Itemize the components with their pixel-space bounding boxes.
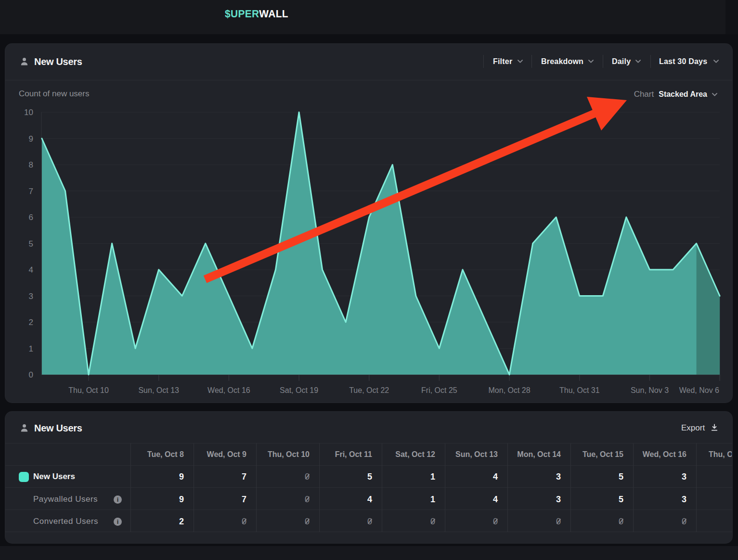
svg-text:Sun, Oct 13: Sun, Oct 13 [138, 386, 179, 394]
svg-text:10: 10 [24, 108, 33, 117]
svg-text:6: 6 [29, 213, 33, 222]
svg-text:Sun, Nov 3: Sun, Nov 3 [631, 386, 669, 394]
svg-text:Wed, Oct 16: Wed, Oct 16 [207, 386, 250, 394]
svg-text:9: 9 [29, 134, 33, 143]
svg-text:5: 5 [29, 239, 33, 248]
svg-text:0: 0 [29, 370, 33, 379]
svg-text:3: 3 [29, 292, 33, 301]
svg-text:8: 8 [29, 160, 33, 169]
svg-text:Tue, Oct 22: Tue, Oct 22 [349, 386, 389, 394]
svg-text:Fri, Oct 25: Fri, Oct 25 [421, 386, 457, 394]
svg-text:Wed, Nov 6: Wed, Nov 6 [679, 386, 719, 394]
svg-text:4: 4 [29, 265, 33, 274]
svg-text:2: 2 [29, 318, 33, 327]
svg-text:Mon, Oct 28: Mon, Oct 28 [489, 386, 531, 394]
svg-text:7: 7 [29, 187, 33, 196]
svg-text:1: 1 [29, 344, 33, 353]
svg-text:Thu, Oct 10: Thu, Oct 10 [68, 386, 109, 394]
svg-text:Sat, Oct 19: Sat, Oct 19 [280, 386, 318, 394]
svg-text:Thu, Oct 31: Thu, Oct 31 [559, 386, 600, 394]
